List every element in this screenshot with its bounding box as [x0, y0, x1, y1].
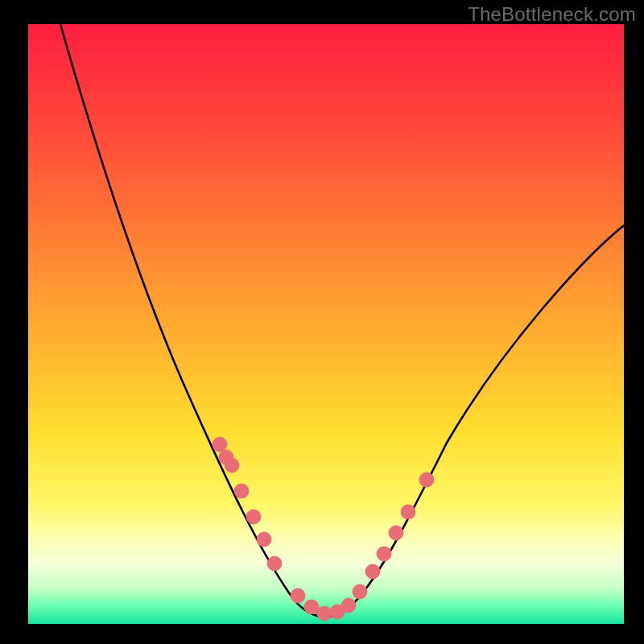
svg-point-17: [419, 473, 434, 487]
svg-point-7: [291, 588, 305, 603]
svg-point-5: [257, 532, 271, 547]
svg-point-16: [401, 505, 415, 519]
marker-group: [213, 437, 434, 621]
svg-point-3: [234, 484, 249, 498]
svg-point-4: [246, 510, 261, 524]
chart-frame: TheBottleneck.com: [0, 0, 644, 644]
bottleneck-curve: [60, 24, 624, 617]
svg-point-8: [304, 600, 319, 614]
svg-point-6: [267, 556, 282, 571]
watermark-label: TheBottleneck.com: [468, 3, 636, 26]
svg-point-13: [365, 564, 380, 579]
svg-point-14: [377, 547, 391, 561]
svg-point-2: [225, 458, 239, 473]
chart-svg: [28, 24, 624, 624]
svg-point-12: [353, 584, 367, 599]
svg-point-9: [317, 606, 332, 621]
svg-point-0: [213, 437, 227, 452]
svg-point-15: [389, 526, 403, 540]
svg-point-11: [341, 598, 356, 613]
